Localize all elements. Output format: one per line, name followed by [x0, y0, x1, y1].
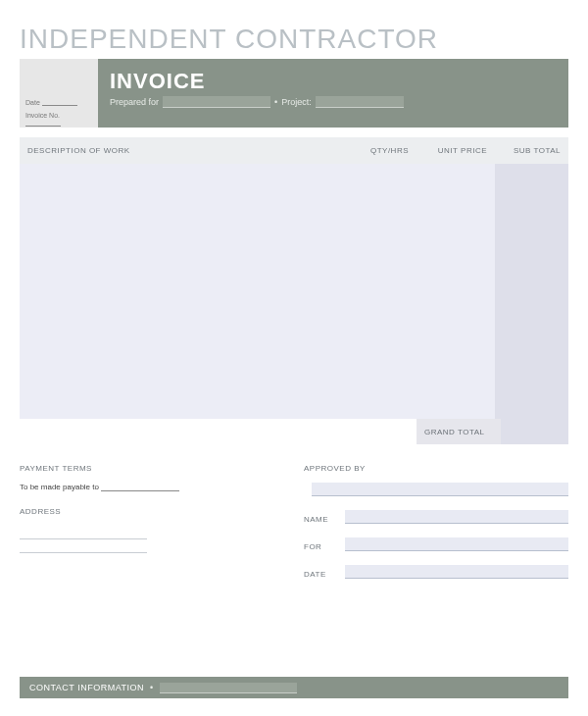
- prepared-for-input[interactable]: [163, 96, 270, 108]
- line-items-area: [20, 164, 568, 419]
- for-input[interactable]: [345, 537, 568, 551]
- line-items-main[interactable]: [20, 164, 495, 419]
- date-row: Date: [25, 98, 92, 106]
- header-banner: INVOICE Prepared for • Project:: [98, 59, 568, 128]
- payment-terms-title: PAYMENT TERMS: [20, 464, 284, 473]
- name-input[interactable]: [345, 510, 568, 524]
- contact-info-input[interactable]: [160, 683, 297, 693]
- approved-by-title: APPROVED BY: [304, 464, 568, 473]
- project-input[interactable]: [316, 96, 404, 108]
- for-row: FOR: [304, 537, 568, 551]
- bottom-section: PAYMENT TERMS To be made payable to ADDR…: [20, 464, 568, 592]
- column-headers: DESCRIPTION OF WORK QTY/HRS UNIT PRICE S…: [20, 137, 568, 164]
- col-qty: QTY/HRS: [340, 146, 409, 155]
- footer-bar: CONTACT INFORMATION •: [20, 677, 568, 698]
- signature-row: [304, 483, 568, 496]
- page-title: INDEPENDENT CONTRACTOR: [20, 24, 568, 55]
- approved-box: APPROVED BY NAME FOR DATE: [304, 464, 568, 592]
- header-meta-box: Date Invoice No.: [20, 59, 98, 128]
- address-lines: [20, 526, 284, 553]
- header-bar: Date Invoice No. INVOICE Prepared for • …: [20, 59, 568, 128]
- grand-total-spacer: [20, 419, 416, 444]
- approved-date-label: DATE: [304, 570, 337, 579]
- separator-dot: •: [274, 97, 277, 107]
- grand-total-label: GRAND TOTAL: [416, 419, 501, 444]
- signature-input[interactable]: [312, 483, 568, 496]
- address-title: ADDRESS: [20, 507, 284, 516]
- name-row: NAME: [304, 510, 568, 524]
- for-label: FOR: [304, 542, 337, 551]
- approved-date-input[interactable]: [345, 565, 568, 579]
- footer-separator: •: [150, 683, 154, 692]
- project-label: Project:: [281, 97, 312, 107]
- address-line-1[interactable]: [20, 526, 147, 539]
- payable-label: To be made payable to: [20, 483, 99, 491]
- grand-total-value[interactable]: [501, 419, 568, 444]
- contact-info-label: CONTACT INFORMATION: [29, 683, 144, 692]
- payment-box: PAYMENT TERMS To be made payable to ADDR…: [20, 464, 284, 592]
- invoice-no-label: Invoice No.: [25, 112, 60, 119]
- invoice-no-input[interactable]: [25, 119, 61, 127]
- invoice-no-row: Invoice No.: [25, 112, 92, 127]
- invoice-heading: INVOICE: [110, 69, 557, 94]
- col-subtotal: SUB TOTAL: [487, 146, 561, 155]
- line-items-subtotal-col[interactable]: [495, 164, 568, 419]
- payable-row: To be made payable to: [20, 483, 284, 491]
- col-unit-price: UNIT PRICE: [409, 146, 487, 155]
- grand-total-row: GRAND TOTAL: [20, 419, 568, 444]
- date-input[interactable]: [42, 98, 77, 106]
- payable-input[interactable]: [101, 483, 179, 491]
- address-line-2[interactable]: [20, 539, 147, 553]
- name-label: NAME: [304, 515, 337, 524]
- approved-date-row: DATE: [304, 565, 568, 579]
- prepared-for-label: Prepared for: [110, 97, 159, 107]
- date-label: Date: [25, 99, 40, 106]
- col-description: DESCRIPTION OF WORK: [27, 146, 340, 155]
